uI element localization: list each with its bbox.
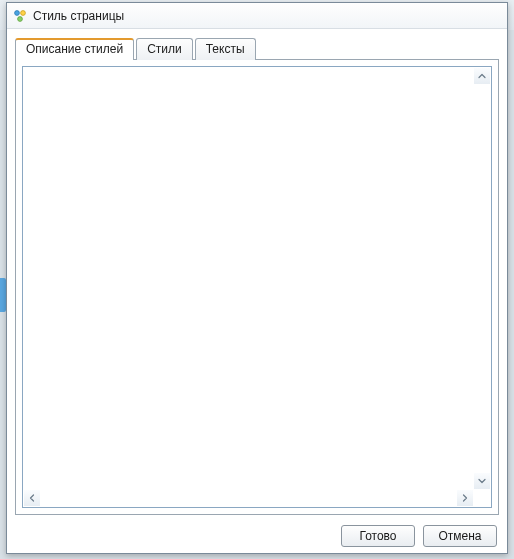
svg-point-1	[21, 10, 26, 15]
dialog-content: Описание стилей Стили Тексты	[7, 29, 507, 519]
button-label: Готово	[359, 529, 396, 543]
button-label: Отмена	[438, 529, 481, 543]
scroll-right-button[interactable]	[457, 490, 473, 506]
tab-texts[interactable]: Тексты	[195, 38, 256, 60]
tab-label: Тексты	[206, 42, 245, 56]
svg-point-0	[15, 10, 20, 15]
window-title: Стиль страницы	[33, 9, 124, 23]
tab-label: Стили	[147, 42, 182, 56]
cancel-button[interactable]: Отмена	[423, 525, 497, 547]
tabstrip: Описание стилей Стили Тексты	[15, 37, 499, 59]
scroll-down-button[interactable]	[474, 473, 490, 489]
dialog-window: Стиль страницы Описание стилей Стили Тек…	[6, 2, 508, 554]
horizontal-scrollbar[interactable]	[24, 490, 473, 506]
tab-label: Описание стилей	[26, 42, 123, 56]
ok-button[interactable]: Готово	[341, 525, 415, 547]
tab-panel	[15, 59, 499, 515]
dialog-footer: Готово Отмена	[7, 519, 507, 553]
tab-style-description[interactable]: Описание стилей	[15, 38, 134, 60]
scroll-up-button[interactable]	[474, 68, 490, 84]
vertical-scrollbar[interactable]	[474, 68, 490, 489]
scroll-left-button[interactable]	[24, 490, 40, 506]
titlebar: Стиль страницы	[7, 3, 507, 29]
content-area[interactable]	[22, 66, 492, 508]
svg-point-2	[18, 16, 23, 21]
app-icon	[13, 9, 27, 23]
tab-styles[interactable]: Стили	[136, 38, 193, 60]
